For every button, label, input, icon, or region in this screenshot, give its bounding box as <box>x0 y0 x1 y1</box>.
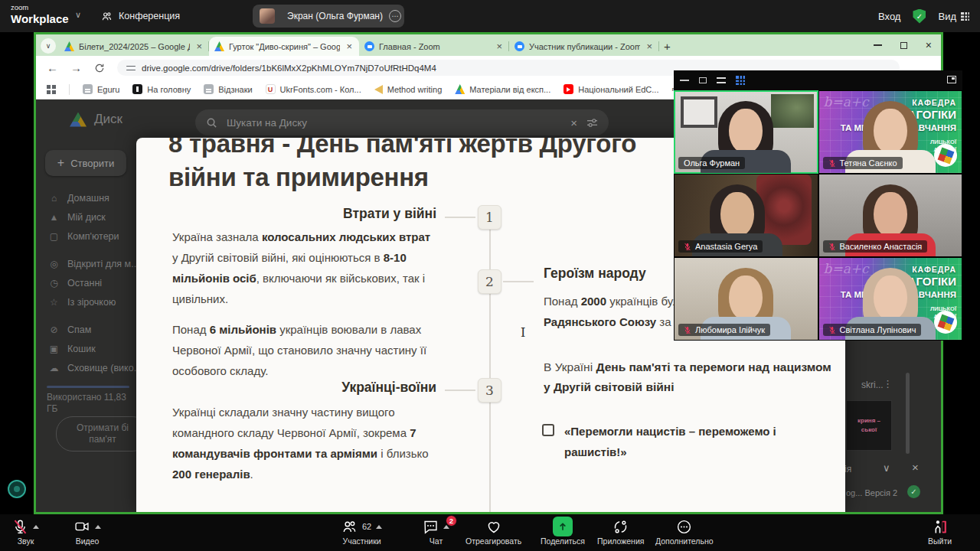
window-maximize-icon[interactable] <box>900 42 907 49</box>
kebab-menu-icon[interactable]: ⋮ <box>883 378 893 390</box>
tab-close-icon[interactable]: × <box>495 41 504 52</box>
section-paragraph: Українці складали значну частину вищого … <box>172 402 449 484</box>
collapse-chevron-icon[interactable]: ∨ <box>883 462 890 474</box>
drive-nav-item[interactable]: ☆ Із зірочкою <box>36 292 143 311</box>
mic-muted-icon <box>684 326 691 334</box>
computers-icon: ▢ <box>48 231 60 242</box>
toolbar-button[interactable]: 62 Участники <box>341 517 382 546</box>
chevron-up-icon[interactable] <box>95 525 101 529</box>
toolbar-button[interactable]: Дополнительно <box>655 517 714 546</box>
bookmark[interactable]: Національний EdC... <box>564 84 658 94</box>
help-fab-icon[interactable] <box>8 480 26 498</box>
window-close-icon[interactable]: × <box>926 40 932 51</box>
bookmark[interactable]: Eguru <box>83 84 119 94</box>
popout-icon[interactable] <box>947 76 956 83</box>
toolbar-button[interactable]: Отреагировать <box>466 517 521 546</box>
browser-tab[interactable]: Главная - Zoom × <box>359 37 509 56</box>
mic-muted-icon <box>684 243 691 251</box>
apps-grid-icon[interactable] <box>47 85 56 94</box>
trash-icon: ▣ <box>48 344 60 354</box>
spam-icon: ⊘ <box>48 324 60 335</box>
toolbar-button[interactable]: Выйти <box>928 517 952 546</box>
drive-nav-item[interactable]: ▲ Мій диск <box>36 207 143 227</box>
close-icon[interactable]: × <box>912 461 919 474</box>
view-button[interactable]: Вид <box>938 11 969 22</box>
bookmark[interactable]: На головну <box>132 84 191 94</box>
tab-search-chevron-icon[interactable]: ∨ <box>41 38 56 54</box>
search-options-icon[interactable] <box>586 118 598 128</box>
mic-muted-icon <box>828 243 836 251</box>
speaker-view-icon[interactable] <box>717 77 726 83</box>
chevron-up-icon[interactable] <box>33 525 39 529</box>
tab-close-icon[interactable]: × <box>345 41 354 52</box>
participant-name-tag: Anastasia Gerya <box>678 240 763 253</box>
section-paragraph: В Україні День пам'яті та перемоги над н… <box>544 357 841 397</box>
reload-icon[interactable] <box>94 63 105 73</box>
tab-close-icon[interactable]: × <box>194 41 204 52</box>
forward-icon[interactable]: → <box>70 62 82 73</box>
share-screen-icon <box>553 517 573 536</box>
drive-search-input[interactable]: Шукати на Диску × <box>195 109 609 135</box>
security-shield-icon[interactable]: ✓ <box>913 9 926 24</box>
video-tile[interactable]: Любомира Ілійчук <box>674 257 818 341</box>
timeline-line <box>489 217 491 512</box>
participant-name-tag: Світлана Лупінович <box>823 324 922 336</box>
bookmark[interactable]: Відзнаки <box>204 84 252 94</box>
get-more-storage-button[interactable]: Отримати бі пам'ят <box>56 416 149 452</box>
toolbar-button[interactable]: Поделиться <box>541 517 585 546</box>
window-minimize-icon[interactable] <box>874 44 882 46</box>
video-tile[interactable]: Anastasia Gerya <box>674 174 818 257</box>
home-icon: ⌂ <box>48 193 60 204</box>
timeline-number-1: 1 <box>478 205 501 230</box>
bookmark[interactable]: UkrFonts.com - Кол... <box>266 84 361 94</box>
more-options-icon[interactable]: ⋯ <box>389 10 401 22</box>
video-tile[interactable]: b=a+c КАФЕДРА ПЕДАГОГІКИ ТА МЕТОДИКИ НАВ… <box>818 257 963 341</box>
toolbar-button[interactable]: Приложения <box>597 517 644 546</box>
file-thumbnail[interactable]: криня – ської <box>846 400 892 451</box>
upload-filename: skri... <box>861 380 884 390</box>
new-tab-button[interactable]: + <box>664 40 671 53</box>
minimize-icon[interactable] <box>680 80 689 81</box>
clear-search-icon[interactable]: × <box>570 116 577 129</box>
video-tile[interactable]: Ольга Фурман <box>674 90 818 174</box>
toolbar-button[interactable]: Звук <box>12 517 39 546</box>
text-cursor: I <box>521 325 525 340</box>
browser-tab[interactable]: Гурток "Диво-скриня" – Googl × <box>209 37 359 56</box>
chevron-up-icon[interactable] <box>376 525 382 529</box>
drive-nav-item[interactable]: ⌂ Домашня <box>36 188 143 207</box>
plus-icon: + <box>57 156 64 170</box>
bookmark[interactable]: Method writing <box>374 85 443 94</box>
drive-create-button[interactable]: + Створити <box>45 150 126 176</box>
browser-tab[interactable]: Участник публикации - Zoom × <box>509 37 659 56</box>
drive-logo[interactable]: Диск <box>70 112 122 127</box>
tab-close-icon[interactable]: × <box>645 41 654 52</box>
section-heading: Втрати у війні <box>168 206 436 222</box>
drive-nav-item[interactable]: ◎ Відкриті для м... <box>36 254 143 273</box>
browser-tab[interactable]: Білети_2024/2025 – Google Ди × <box>59 37 209 56</box>
signin-button[interactable]: Вход <box>878 11 900 22</box>
drive-nav-item[interactable]: ☁ Сховище (вико... <box>36 358 143 377</box>
mic-muted-icon <box>828 159 836 168</box>
drive-nav-item[interactable]: ▢ Комп'ютери <box>36 227 143 246</box>
drive-nav-item[interactable]: ⊘ Спам <box>36 320 143 339</box>
section-paragraph: Україна зазнала колосальних людських втр… <box>172 227 439 309</box>
toolbar-button[interactable]: Видео <box>74 517 101 546</box>
maximize-icon[interactable] <box>699 77 707 83</box>
drive-nav-item[interactable]: ▣ Кошик <box>36 339 143 358</box>
participant-name-tag: Ольга Фурман <box>678 157 745 169</box>
participant-name-tag: Любомира Ілійчук <box>678 324 770 336</box>
gallery-view-icon[interactable] <box>736 76 745 85</box>
bookmark[interactable]: Матеріали від експ... <box>455 84 550 94</box>
mic-muted-icon <box>828 326 836 334</box>
video-tile[interactable]: b=a+c КАФЕДРА ПЕДАГОГІКИ ТА МЕТОДИКИ НАВ… <box>818 90 963 174</box>
meeting-tab[interactable]: Конференция <box>93 6 188 26</box>
video-tile[interactable]: Василенко Анастасія <box>818 174 963 257</box>
back-icon[interactable]: ← <box>47 62 58 73</box>
scrollbar[interactable] <box>906 373 910 454</box>
site-info-icon[interactable] <box>126 64 136 72</box>
youtube-favicon <box>564 84 573 94</box>
shared-screen-pill[interactable]: Экран (Ольга Фурман) ⋯ <box>253 5 404 28</box>
drive-nav-item[interactable]: ◷ Останні <box>36 273 143 292</box>
chevron-down-icon[interactable]: ∨ <box>75 10 81 20</box>
toolbar-button[interactable]: 2 Чат <box>423 517 449 546</box>
